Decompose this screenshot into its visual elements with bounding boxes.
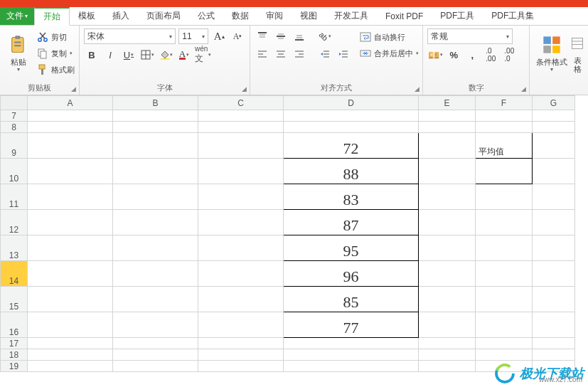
cell-B17[interactable] [113, 338, 198, 349]
align-center-button[interactable] [273, 46, 289, 62]
cell-E10[interactable] [419, 159, 476, 184]
row-header-16[interactable]: 16 [1, 312, 28, 338]
percent-button[interactable]: % [446, 47, 461, 63]
merge-center-button[interactable]: 合并后居中 ▾ [360, 46, 419, 60]
row-header-10[interactable]: 10 [1, 159, 28, 184]
cell-C14[interactable] [198, 261, 284, 287]
cell-G17[interactable] [533, 338, 575, 349]
cell-A14[interactable] [28, 261, 113, 287]
cell-F11[interactable] [476, 184, 533, 210]
cell-C19[interactable] [198, 361, 284, 372]
cell-B10[interactable] [113, 159, 198, 184]
row-header-9[interactable]: 9 [1, 133, 28, 159]
cell-F9[interactable]: 平均值 [476, 133, 533, 159]
font-color-button[interactable]: A ▾ [176, 47, 192, 63]
copy-button[interactable]: 复制 ▾ [37, 46, 75, 60]
cell-D14[interactable]: 96 [284, 261, 419, 287]
row-header-13[interactable]: 13 [1, 235, 28, 261]
col-header-B[interactable]: B [113, 96, 198, 110]
cell-A18[interactable] [28, 349, 113, 361]
orientation-button[interactable]: ab▾ [317, 28, 333, 44]
cell-F13[interactable] [476, 235, 533, 261]
row-header-14[interactable]: 14 [1, 261, 28, 287]
dialog-launcher-icon[interactable]: ◢ [71, 83, 76, 95]
cell-B9[interactable] [113, 133, 198, 159]
cell-A15[interactable] [28, 287, 113, 312]
cell-D13[interactable]: 95 [284, 235, 419, 261]
increase-indent-button[interactable] [336, 46, 351, 62]
cell-D8[interactable] [284, 122, 419, 133]
row-header-19[interactable]: 19 [1, 361, 28, 372]
cell-E11[interactable] [419, 184, 476, 210]
cell-C17[interactable] [198, 338, 284, 349]
cell-D10[interactable]: 88 [284, 159, 419, 184]
cell-C11[interactable] [198, 184, 284, 210]
cell-G7[interactable] [533, 110, 575, 122]
menu-tab-2[interactable]: 插入 [104, 7, 138, 25]
menu-tab-8[interactable]: 开发工具 [326, 7, 377, 25]
cell-G14[interactable] [533, 261, 575, 287]
font-name-combo[interactable]: 宋体 ▾ [84, 28, 176, 44]
cell-E17[interactable] [419, 338, 476, 349]
italic-button[interactable]: I [102, 47, 118, 63]
row-header-7[interactable]: 7 [1, 110, 28, 122]
shrink-font-button[interactable]: A▾ [230, 28, 245, 44]
dialog-launcher-icon[interactable]: ◢ [242, 83, 247, 95]
col-header-G[interactable]: G [533, 96, 575, 110]
number-format-combo[interactable]: 常规 ▾ [427, 28, 513, 44]
comma-button[interactable]: , [464, 47, 480, 63]
menu-tab-9[interactable]: Foxit PDF [377, 7, 432, 25]
font-size-combo[interactable]: 11 ▾ [178, 28, 208, 44]
cell-F16[interactable] [476, 312, 533, 338]
file-menu-button[interactable]: 文件 ▾ [0, 7, 34, 25]
align-top-button[interactable] [255, 28, 270, 44]
cell-D16[interactable]: 77 [284, 312, 419, 338]
bold-button[interactable]: B [84, 47, 100, 63]
cell-B7[interactable] [113, 110, 198, 122]
cell-B18[interactable] [113, 349, 198, 361]
row-header-17[interactable]: 17 [1, 338, 28, 349]
col-header-D[interactable]: D [284, 96, 419, 110]
row-header-18[interactable]: 18 [1, 349, 28, 361]
cell-E16[interactable] [419, 312, 476, 338]
cell-D15[interactable]: 85 [284, 287, 419, 312]
fill-color-button[interactable]: ▾ [158, 47, 173, 63]
spreadsheet-grid[interactable]: ABCDEFG78972平均值1088118312871395149615851… [0, 95, 575, 372]
cell-E15[interactable] [419, 287, 476, 312]
cell-C16[interactable] [198, 312, 284, 338]
row-header-8[interactable]: 8 [1, 122, 28, 133]
wrap-text-button[interactable]: 自动换行 [360, 30, 419, 44]
cell-D9[interactable]: 72 [284, 133, 419, 159]
cell-F18[interactable] [476, 349, 533, 361]
cell-A17[interactable] [28, 338, 113, 349]
format-painter-button[interactable]: 格式刷 [37, 63, 75, 77]
cell-A11[interactable] [28, 184, 113, 210]
cell-B13[interactable] [113, 235, 198, 261]
accounting-format-button[interactable]: 💴▾ [427, 47, 443, 63]
menu-tab-10[interactable]: PDF工具 [432, 7, 483, 25]
dialog-launcher-icon[interactable]: ◢ [521, 83, 526, 95]
cell-E13[interactable] [419, 235, 476, 261]
phonetic-button[interactable]: wén文 ▾ [195, 47, 211, 63]
cell-E9[interactable] [419, 133, 476, 159]
dialog-launcher-icon[interactable]: ◢ [415, 83, 419, 95]
underline-button[interactable]: U▾ [121, 47, 137, 63]
cell-E19[interactable] [419, 361, 476, 372]
cell-F15[interactable] [476, 287, 533, 312]
cell-B19[interactable] [113, 361, 198, 372]
cell-A10[interactable] [28, 159, 113, 184]
conditional-format-button[interactable]: 条件格式 ▾ [534, 28, 570, 78]
cell-B8[interactable] [113, 122, 198, 133]
cell-A19[interactable] [28, 361, 113, 372]
cell-E12[interactable] [419, 210, 476, 235]
cell-C18[interactable] [198, 349, 284, 361]
row-header-11[interactable]: 11 [1, 184, 28, 210]
cell-D18[interactable] [284, 349, 419, 361]
cell-B14[interactable] [113, 261, 198, 287]
cell-A8[interactable] [28, 122, 113, 133]
cell-C9[interactable] [198, 133, 284, 159]
table-format-button[interactable]: 表格 [571, 28, 584, 78]
cell-F14[interactable] [476, 261, 533, 287]
cell-A12[interactable] [28, 210, 113, 235]
cell-A13[interactable] [28, 235, 113, 261]
